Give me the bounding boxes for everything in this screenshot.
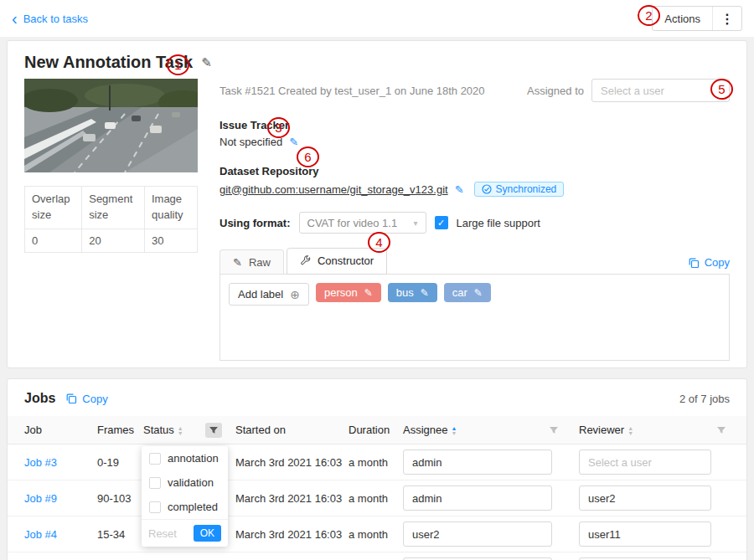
tab-raw[interactable]: ✎ Raw [219,249,284,275]
column-header-reviewer: Reviewer ▲ ▼ [579,424,730,436]
actions-button-label: Actions [653,13,712,25]
job-row: Job #9 90-103 March 3rd 2021 16:03 a mon… [8,480,746,516]
repository-url[interactable]: git@github.com:username/git_storage_v123… [219,183,448,196]
task-left-column: Overlap size Segment size Image quality … [24,79,198,361]
filter-option-label: validation [168,476,214,489]
sync-status-badge[interactable]: Synchronized [474,182,565,197]
label-chip-bus[interactable]: bus ✎ [388,283,437,302]
large-file-label: Large file support [457,217,540,229]
job-link[interactable]: Job #3 [24,456,97,469]
job-assignee-cell [403,486,579,511]
assignee-filter-icon[interactable] [549,425,559,435]
add-label-text: Add label [238,288,283,301]
back-link-label: Back to tasks [23,13,88,25]
task-detail-card: New Annotation Task ✎ [7,40,747,368]
edit-label-icon[interactable]: ✎ [474,287,483,299]
param-value-segment: 20 [82,229,145,252]
reviewer-header-label: Reviewer [579,424,624,436]
labels-copy-label: Copy [705,256,730,269]
job-frames: 15-34 [97,528,143,541]
status-filter-icon[interactable] [205,423,222,438]
job-reviewer-input[interactable] [579,486,711,511]
annotation-checkbox[interactable] [149,453,161,465]
job-reviewer-input[interactable] [579,521,711,547]
params-value-row: 0 20 30 [25,229,198,252]
param-header-segment: Segment size [82,187,145,229]
dataset-repository-row: git@github.com:username/git_storage_v123… [219,182,730,197]
sort-down-icon: ▼ [451,430,457,435]
top-bar: ‹ Back to tasks Actions ⋮ [0,0,754,37]
job-link[interactable]: Job #9 [24,492,97,505]
labels-copy-button[interactable]: Copy [688,256,730,274]
assignee-select-input[interactable] [591,79,730,102]
jobs-header-row: Jobs Copy 2 of 7 jobs [8,391,746,406]
reviewer-filter-icon[interactable] [716,425,726,435]
add-label-button[interactable]: Add label ⊕ [229,283,309,306]
label-chip-car[interactable]: car ✎ [444,283,491,302]
column-header-frames: Frames [97,424,143,436]
job-duration: a month [349,528,403,541]
jobs-copy-button[interactable]: Copy [65,393,107,405]
chevron-down-icon: ▾ [413,218,417,228]
edit-label-icon[interactable]: ✎ [364,287,373,299]
format-select[interactable]: CVAT for video 1.1 ▾ [299,212,426,234]
issue-tracker-value: Not specified [219,136,282,148]
validation-checkbox[interactable] [149,477,161,489]
column-header-job: Job [24,424,97,436]
copy-icon [65,393,77,404]
job-reviewer-cell [579,450,730,475]
task-title-row: New Annotation Task ✎ [24,53,730,72]
column-header-duration: Duration [349,424,403,436]
filter-option-label: completed [168,501,218,513]
filter-option-completed[interactable]: completed [142,495,228,519]
job-row: Job #4 15-34 March 3rd 2021 16:03 a mont… [8,516,746,552]
filter-option-validation[interactable]: validation [142,470,228,495]
assignee-sorter[interactable]: ▲ ▼ [451,425,457,435]
format-selected-value: CVAT for video 1.1 [307,217,398,229]
task-title: New Annotation Task [24,53,193,72]
filter-option-label: annotation [168,452,219,465]
status-filter-dropdown: annotation validation completed Reset OK [142,446,228,547]
job-assignee-input[interactable] [403,521,552,547]
job-link[interactable]: Job #4 [24,528,97,541]
task-meta-text: Task #1521 Created by test_user_1 on Jun… [219,85,485,97]
edit-repository-icon[interactable]: ✎ [455,183,464,196]
job-frames: 90-103 [97,492,143,505]
edit-issue-tracker-icon[interactable]: ✎ [289,136,298,148]
edit-label-icon[interactable]: ✎ [421,287,429,299]
large-file-checkbox[interactable]: ✓ [435,216,448,229]
sort-down-icon: ▼ [627,430,633,435]
reviewer-sorter[interactable]: ▲ ▼ [627,425,633,435]
status-sorter[interactable]: ▲ ▼ [178,425,183,435]
filter-reset-button[interactable]: Reset [148,527,177,540]
edit-title-icon[interactable]: ✎ [201,55,212,70]
task-meta-row: Task #1521 Created by test_user_1 on Jun… [219,79,730,102]
assignee-header-label: Assignee [403,424,447,436]
job-assignee-input[interactable] [403,486,552,511]
filter-option-annotation[interactable]: annotation [142,446,228,470]
tab-constructor[interactable]: Constructor [287,248,387,275]
job-reviewer-input[interactable] [579,450,711,475]
actions-button[interactable]: Actions ⋮ [652,6,742,31]
label-chip-person[interactable]: person ✎ [316,283,381,302]
column-header-assignee: Assignee ▲ ▼ [403,424,579,436]
sync-badge-label: Synchronized [496,183,557,195]
back-to-tasks-link[interactable]: ‹ Back to tasks [12,13,88,25]
job-started-on: March 3rd 2021 16:03 [235,456,349,469]
more-vertical-icon[interactable]: ⋮ [713,11,741,27]
job-assignee-cell [403,521,579,547]
job-duration: a month [349,492,403,505]
job-frames: 0-19 [97,456,143,469]
column-header-started-on: Started on [235,424,349,436]
plus-circle-icon: ⊕ [290,289,300,301]
jobs-table: Job Frames Status ▲ ▼ Started on Duratio… [8,416,746,560]
filter-ok-button[interactable]: OK [194,525,221,542]
using-format-label: Using format: [219,217,291,229]
status-header-label: Status [143,424,174,436]
label-chip-bus-name: bus [396,286,414,299]
wrench-icon [300,255,311,266]
job-assignee-input[interactable] [403,450,552,475]
param-header-overlap: Overlap size [25,187,82,229]
column-header-status: Status ▲ ▼ [143,423,235,438]
completed-checkbox[interactable] [149,501,161,513]
